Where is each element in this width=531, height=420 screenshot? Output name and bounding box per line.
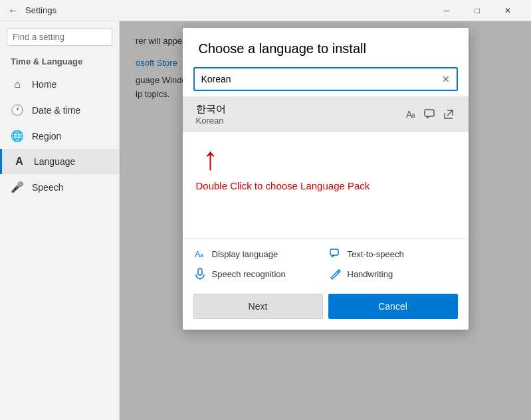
sidebar-item-speech[interactable]: 🎤 Speech — [0, 174, 119, 200]
feature-text-to-speech: Text-to-speech — [329, 247, 458, 261]
svg-text:a: a — [200, 252, 203, 259]
sidebar-search-input[interactable] — [7, 28, 112, 46]
sidebar-item-language[interactable]: A Language — [0, 149, 119, 174]
display-language-icon: A a — [193, 247, 207, 261]
svg-rect-6 — [198, 268, 202, 275]
sidebar-item-datetime-label: Date & time — [32, 105, 80, 116]
arrow-up-icon: ↑ — [203, 143, 219, 175]
next-button[interactable]: Next — [193, 294, 323, 319]
sidebar-search-container — [7, 28, 112, 46]
handwriting-label: Handwriting — [348, 269, 393, 279]
lang-share-icon — [442, 108, 455, 121]
titlebar-title: Settings — [25, 5, 431, 15]
titlebar: ← Settings ─ □ ✕ — [0, 0, 531, 21]
sidebar: Time & Language ⌂ Home 🕐 Date & time 🌐 R… — [0, 21, 120, 420]
language-english-name: Korean — [196, 116, 226, 126]
dialog-overlay: Choose a language to install Korean ✕ 한국… — [120, 21, 531, 420]
sidebar-item-region[interactable]: 🌐 Region — [0, 123, 119, 149]
sidebar-item-language-label: Language — [34, 156, 75, 167]
feature-speech-recognition: Speech recognition — [193, 267, 322, 280]
sidebar-item-home-label: Home — [32, 79, 56, 90]
sidebar-item-datetime[interactable]: 🕐 Date & time — [0, 97, 119, 123]
language-result-item[interactable]: 한국어 Korean A a — [183, 96, 469, 132]
lang-speech-icon — [423, 108, 437, 121]
cancel-button[interactable]: Cancel — [328, 294, 458, 319]
home-icon: ⌂ — [11, 78, 24, 90]
dialog-search-container: Korean ✕ — [193, 67, 458, 91]
feature-display-language: A a Display language — [193, 247, 322, 261]
content-area: Time & Language ⌂ Home 🕐 Date & time 🌐 R… — [0, 21, 531, 420]
svg-rect-5 — [330, 249, 338, 255]
language-search-input[interactable] — [195, 68, 435, 90]
sidebar-item-region-label: Region — [32, 131, 61, 142]
feature-handwriting: Handwriting — [329, 267, 458, 280]
minimize-button[interactable]: ─ — [431, 0, 462, 21]
svg-rect-2 — [425, 110, 434, 116]
dialog-features: A a Display language Text-to-speech — [183, 239, 469, 286]
region-icon: 🌐 — [11, 130, 24, 142]
language-icon: A — [13, 156, 26, 167]
datetime-icon: 🕐 — [11, 104, 24, 116]
sidebar-section-title: Time & Language — [0, 54, 119, 72]
text-to-speech-icon — [329, 247, 342, 261]
window-controls: ─ □ ✕ — [431, 0, 523, 21]
svg-text:a: a — [411, 112, 415, 119]
dialog-title: Choose a language to install — [183, 28, 469, 67]
close-button[interactable]: ✕ — [492, 0, 523, 21]
back-button[interactable]: ← — [8, 5, 19, 17]
speech-icon: 🎤 — [11, 181, 24, 193]
speech-recognition-label: Speech recognition — [212, 269, 286, 279]
language-result-icons: A a — [405, 108, 455, 121]
display-language-label: Display language — [212, 249, 278, 259]
lang-text-icon: A a — [405, 108, 418, 121]
search-clear-button[interactable]: ✕ — [435, 71, 457, 87]
handwriting-icon — [329, 267, 342, 280]
instruction-text: Double Click to choose Language Pack — [196, 180, 370, 191]
settings-window: ← Settings ─ □ ✕ Time & Language ⌂ Home … — [0, 0, 531, 420]
sidebar-item-speech-label: Speech — [32, 182, 63, 193]
maximize-button[interactable]: □ — [462, 0, 492, 21]
dialog-buttons: Next Cancel — [183, 286, 469, 330]
text-to-speech-label: Text-to-speech — [348, 249, 404, 259]
sidebar-item-home[interactable]: ⌂ Home — [0, 72, 119, 97]
dialog-instruction: ↑ Double Click to choose Language Pack — [183, 132, 469, 239]
speech-recognition-icon — [193, 267, 207, 280]
language-dialog: Choose a language to install Korean ✕ 한국… — [183, 28, 469, 330]
language-native-name: 한국어 — [196, 103, 226, 116]
main-panel: rer will appear in this osoft Store guag… — [120, 21, 531, 420]
language-result-info: 한국어 Korean — [196, 103, 226, 126]
